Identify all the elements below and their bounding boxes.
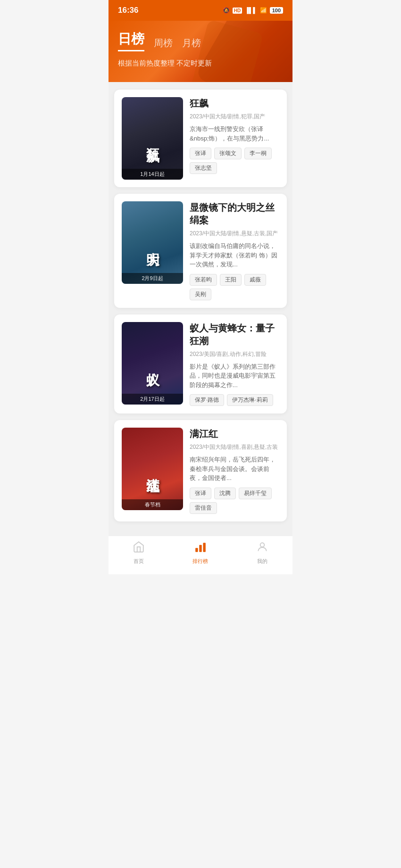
poster-text-4: 满江红 [143, 468, 161, 471]
svg-rect-0 [195, 548, 198, 552]
movie-meta-1: 2023/中国大陆/剧情,犯罪,国产 [190, 113, 279, 121]
cast-tag[interactable]: 雷佳音 [190, 502, 217, 514]
cast-tags-4: 张译 沈腾 易烊千玺 雷佳音 [190, 488, 279, 514]
movie-desc-2: 该剧改编自马伯庸的同名小说，算学天才帅家默（张若昀 饰）因一次偶然，发现... [190, 241, 279, 269]
wifi-icon: 📶 [260, 7, 267, 14]
signal-icon: ▐▌▌ [245, 7, 257, 14]
poster-text-3: 蚁人 [143, 362, 161, 364]
cast-tag[interactable]: 沈腾 [214, 488, 236, 499]
status-time: 16:36 [118, 6, 138, 15]
cast-tag[interactable]: 易烊千玺 [239, 488, 272, 499]
cast-tag[interactable]: 张志坚 [190, 162, 217, 174]
movie-info-4: 满江红 2023/中国大陆/剧情,喜剧,悬疑,古装 南宋绍兴年间，岳飞死后四年，… [190, 428, 279, 514]
ranking-icon [194, 541, 207, 556]
hd-badge: HD [233, 8, 242, 14]
movie-poster-3: 蚁人 2月17日起 [122, 322, 183, 405]
cast-tag[interactable]: 吴刚 [190, 289, 211, 300]
nav-item-ranking[interactable]: 排行榜 [192, 541, 208, 565]
tab-weekly[interactable]: 周榜 [154, 37, 173, 51]
movie-card-4[interactable]: 满江红 春节档 满江红 2023/中国大陆/剧情,喜剧,悬疑,古装 南宋绍兴年间… [114, 420, 287, 521]
cast-tags-1: 张译 张颂文 李一桐 张志坚 [190, 148, 279, 174]
cast-tag[interactable]: 王阳 [220, 274, 242, 286]
movie-info-3: 蚁人与黄蜂女：量子狂潮 2023/美国/喜剧,动作,科幻,冒险 影片是《蚁人》系… [190, 322, 279, 406]
svg-rect-1 [199, 545, 201, 552]
movie-poster-2: 大明 2月9日起 [122, 201, 183, 284]
movie-card-1[interactable]: 狂飙 1月14日起 狂飙 2023/中国大陆/剧情,犯罪,国产 京海市一线刑警安… [114, 90, 287, 187]
movie-title-4: 满江红 [190, 428, 279, 440]
mute-icon: 🔕 [223, 7, 230, 14]
movie-desc-4: 南宋绍兴年间，岳飞死后四年，秦桧率兵与金国会谈。会谈前夜，金国使者... [190, 455, 279, 483]
battery-icon: 100 [270, 7, 283, 14]
movie-poster-1: 狂飙 1月14日起 [122, 97, 183, 180]
movie-poster-4: 满江红 春节档 [122, 428, 183, 510]
header-subtitle: 根据当前热度整理 不定时更新 [118, 59, 283, 68]
movie-desc-1: 京海市一线刑警安欣（张译 &nbsp;饰），在与黑恶势力... [190, 124, 279, 143]
movie-title-3: 蚁人与黄蜂女：量子狂潮 [190, 322, 279, 347]
poster-label-3: 2月17日起 [122, 394, 183, 405]
bottom-nav: 首页 排行榜 我的 [109, 536, 292, 574]
movie-info-2: 显微镜下的大明之丝绢案 2023/中国大陆/剧情,悬疑,古装,国产 该剧改编自马… [190, 201, 279, 300]
cast-tag[interactable]: 伊万杰琳·莉莉 [227, 394, 273, 406]
svg-rect-2 [203, 543, 205, 552]
header: 日榜 周榜 月榜 根据当前热度整理 不定时更新 [109, 21, 292, 82]
movie-card-2[interactable]: 大明 2月9日起 显微镜下的大明之丝绢案 2023/中国大陆/剧情,悬疑,古装,… [114, 194, 287, 308]
poster-label-4: 春节档 [122, 499, 183, 510]
nav-item-profile[interactable]: 我的 [256, 541, 268, 565]
tab-monthly[interactable]: 月榜 [182, 37, 201, 51]
movie-card-3[interactable]: 蚁人 2月17日起 蚁人与黄蜂女：量子狂潮 2023/美国/喜剧,动作,科幻,冒… [114, 314, 287, 414]
movie-meta-4: 2023/中国大陆/剧情,喜剧,悬疑,古装 [190, 443, 279, 451]
cast-tag[interactable]: 张若昀 [190, 274, 217, 286]
tab-daily[interactable]: 日榜 [118, 30, 144, 51]
movie-meta-2: 2023/中国大陆/剧情,悬疑,古装,国产 [190, 230, 279, 238]
movie-title-1: 狂飙 [190, 97, 279, 110]
cast-tags-2: 张若昀 王阳 戚薇 吴刚 [190, 274, 279, 300]
movie-info-1: 狂飙 2023/中国大陆/剧情,犯罪,国产 京海市一线刑警安欣（张译 &nbsp… [190, 97, 279, 180]
profile-icon [256, 541, 268, 556]
cast-tags-3: 保罗·路德 伊万杰琳·莉莉 [190, 394, 279, 406]
cast-tag[interactable]: 张颂文 [214, 148, 242, 159]
poster-label-1: 1月14日起 [122, 169, 183, 180]
poster-label-2: 2月9日起 [122, 273, 183, 284]
home-icon [133, 541, 145, 556]
cast-tag[interactable]: 戚薇 [244, 274, 266, 286]
poster-text-1: 狂飙 [143, 138, 161, 140]
nav-item-home[interactable]: 首页 [133, 541, 145, 565]
status-icons: 🔕 HD ▐▌▌ 📶 100 [223, 7, 283, 14]
status-bar: 16:36 🔕 HD ▐▌▌ 📶 100 [109, 0, 292, 21]
nav-label-ranking: 排行榜 [192, 558, 208, 565]
movie-title-2: 显微镜下的大明之丝绢案 [190, 201, 279, 227]
nav-label-home: 首页 [134, 558, 144, 565]
cast-tag[interactable]: 张译 [190, 488, 211, 499]
content-area: 狂飙 1月14日起 狂飙 2023/中国大陆/剧情,犯罪,国产 京海市一线刑警安… [109, 82, 292, 536]
movie-meta-3: 2023/美国/喜剧,动作,科幻,冒险 [190, 350, 279, 358]
svg-point-3 [260, 543, 265, 547]
cast-tag[interactable]: 保罗·路德 [190, 394, 224, 406]
nav-label-profile: 我的 [257, 558, 267, 565]
tab-bar: 日榜 周榜 月榜 [118, 30, 283, 51]
movie-desc-3: 影片是《蚁人》系列的第三部作品，同时也是漫威电影宇宙第五阶段的揭幕之作... [190, 362, 279, 390]
poster-text-2: 大明 [143, 242, 161, 244]
cast-tag[interactable]: 张译 [190, 148, 211, 159]
cast-tag[interactable]: 李一桐 [244, 148, 272, 159]
